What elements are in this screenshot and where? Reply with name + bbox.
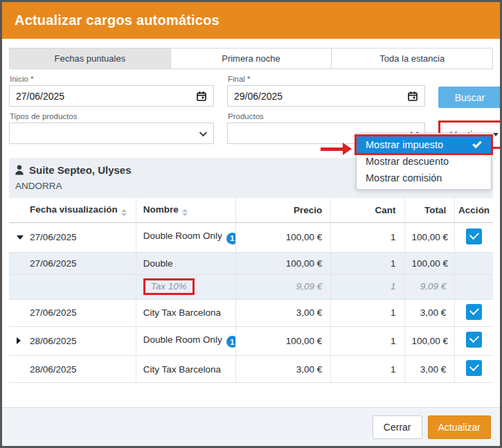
row-qty: 1 [331, 326, 404, 356]
calendar-icon[interactable] [196, 91, 207, 102]
row-qty: 1 [331, 223, 404, 253]
row-total: 3,00 € [404, 299, 455, 326]
header-nombre[interactable]: Nombre [136, 198, 235, 223]
row-product-name: Double [143, 258, 173, 269]
annotation-box-tax: Tax 10% [143, 278, 195, 295]
update-automatic-charges-modal: Actualizar cargos automáticos Fechas pun… [0, 0, 502, 448]
actualizar-button[interactable]: Actualizar [428, 415, 491, 439]
row-price: 100,00 € [235, 223, 331, 253]
tipos-productos-select[interactable] [9, 123, 214, 144]
productos-label: Productos [228, 112, 425, 120]
tab-primera-noche[interactable]: Primera noche [171, 48, 332, 69]
expand-row-caret-icon[interactable] [17, 337, 21, 344]
chevron-down-icon [199, 128, 207, 136]
header-total: Total [404, 198, 455, 223]
row-qty: 1 [331, 356, 404, 383]
annotation-arrow [321, 143, 352, 155]
menu-item-label: Mostrar impuesto [366, 139, 443, 150]
table-tax-subrow: Tax 10% 9,09 € 1 9,09 € [9, 274, 493, 299]
row-price: 100,00 € [235, 252, 331, 274]
row-total: 100,00 € [404, 252, 455, 274]
row-price: 100,00 € [235, 326, 331, 356]
final-date-input[interactable]: 29/06/2025 [227, 85, 425, 107]
row-qty: 1 [331, 274, 404, 299]
check-icon [472, 139, 481, 148]
header-cant: Cant [331, 198, 404, 223]
tax-label: Tax 10% [151, 281, 187, 292]
row-date: 27/06/2025 [30, 232, 77, 242]
row-qty: 1 [331, 252, 404, 274]
table-row: 27/06/2025 City Tax Barcelona 3,00 € 1 3… [9, 299, 493, 326]
inicio-label: Inicio * [10, 75, 214, 83]
row-checkbox-checked[interactable] [466, 304, 482, 320]
row-price: 3,00 € [235, 299, 331, 326]
row-checkbox-checked[interactable] [466, 229, 482, 244]
caret-down-icon [493, 133, 499, 136]
count-badge: 1 [226, 233, 235, 244]
final-date-value: 29/06/2025 [234, 91, 283, 102]
modal-body: Fechas puntuales Primera noche Toda la e… [2, 39, 500, 407]
row-qty: 1 [331, 299, 404, 326]
tab-fechas-puntuales[interactable]: Fechas puntuales [10, 48, 171, 69]
row-date: 27/06/2025 [30, 307, 77, 318]
header-precio: Precio [235, 198, 331, 223]
inicio-date-input[interactable]: 27/06/2025 [9, 85, 214, 107]
row-total: 100,00 € [404, 223, 455, 253]
ver-tipos-dropdown-menu: Mostrar impuesto Mostrar descuento Mostr… [356, 133, 492, 190]
final-label: Final * [228, 75, 425, 83]
menu-item-mostrar-comision[interactable]: Mostrar comisión [357, 170, 491, 186]
modal-title: Actualizar cargos automáticos [15, 12, 219, 28]
person-icon [15, 165, 24, 175]
collapse-row-caret-icon[interactable] [17, 235, 24, 240]
table-header-row: Fecha visualización Nombre Precio Cant T… [9, 198, 493, 223]
row-checkbox-checked[interactable] [466, 360, 482, 376]
guest-name: Suite Septeo, Ulyses [29, 164, 132, 176]
row-date: 28/06/2025 [30, 336, 77, 346]
row-product-name: Double Room Only [143, 334, 222, 345]
row-date: 27/06/2025 [30, 258, 77, 269]
charges-table: Fecha visualización Nombre Precio Cant T… [9, 198, 493, 383]
sort-icon [121, 209, 127, 216]
row-total: 3,00 € [404, 356, 455, 383]
menu-item-mostrar-impuesto[interactable]: Mostrar impuesto [357, 136, 491, 153]
calendar-icon[interactable] [407, 91, 418, 102]
table-row: 27/06/2025 Double Room Only1 100,00 € 1 … [9, 223, 493, 253]
row-product-name: Double Room Only [143, 231, 222, 241]
cerrar-button[interactable]: Cerrar [373, 415, 422, 439]
tipos-productos-label: Tipos de productos [10, 112, 214, 120]
table-subrow: 27/06/2025 Double 100,00 € 1 100,00 € [9, 252, 493, 274]
tab-bar: Fechas puntuales Primera noche Toda la e… [9, 48, 493, 69]
row-total: 9,09 € [404, 274, 455, 299]
modal-header: Actualizar cargos automáticos [2, 2, 500, 39]
sort-icon [182, 209, 188, 216]
header-fecha-visualizacion[interactable]: Fecha visualización [9, 198, 136, 223]
row-product-name: City Tax Barcelona [143, 307, 221, 318]
row-price: 3,00 € [235, 356, 331, 383]
tab-toda-la-estancia[interactable]: Toda la estancia [332, 48, 492, 69]
table-row: 28/06/2025 Double Room Only1 100,00 € 1 … [9, 326, 493, 356]
modal-footer: Cerrar Actualizar [2, 407, 500, 446]
row-product-name: City Tax Barcelona [143, 364, 221, 375]
inicio-date-value: 27/06/2025 [16, 91, 64, 102]
menu-item-mostrar-descuento[interactable]: Mostrar descuento [357, 153, 491, 170]
table-row: 28/06/2025 City Tax Barcelona 3,00 € 1 3… [9, 356, 493, 383]
header-accion: Acción [455, 198, 493, 223]
row-price: 9,09 € [235, 274, 331, 299]
row-checkbox-checked[interactable] [466, 332, 482, 348]
row-date: 28/06/2025 [30, 364, 77, 375]
count-badge: 1 [226, 336, 235, 348]
buscar-button[interactable]: Buscar [438, 87, 501, 108]
row-total: 100,00 € [404, 326, 455, 356]
